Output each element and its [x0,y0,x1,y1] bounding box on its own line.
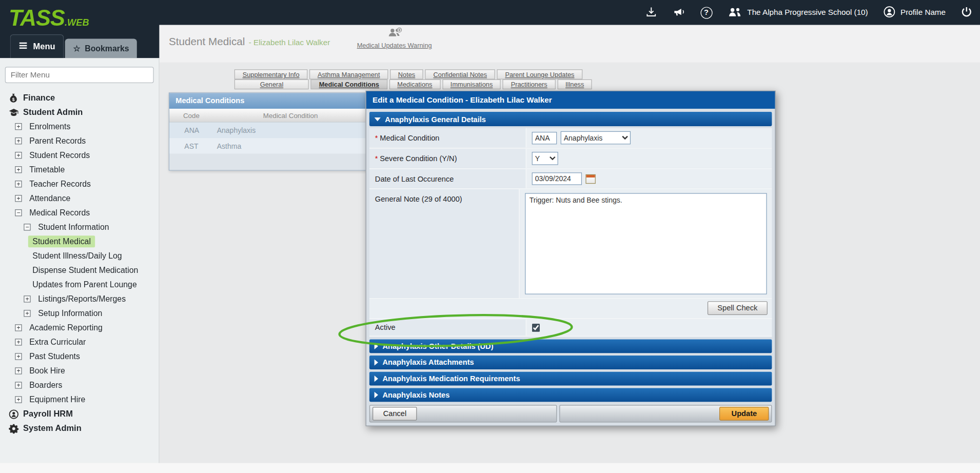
general-note-textarea[interactable]: Trigger: Nuts and Bee stings. [525,193,767,294]
sidebar-item-label: Attendance [29,194,70,203]
expand-icon[interactable]: + [15,396,26,403]
sidebar-item-finance[interactable]: $Finance [0,91,159,105]
severe-condition-select[interactable]: Y [532,152,558,165]
help-button[interactable]: ? [700,7,712,18]
sidebar-item-label: Student Admin [23,108,83,117]
logout-button[interactable] [961,5,972,19]
sidebar-item-student-records[interactable]: +Student Records [0,148,159,163]
menu-tab[interactable]: Menu [10,34,64,58]
expand-icon[interactable]: + [15,181,26,187]
expand-icon[interactable]: + [15,137,26,144]
condition-name-select[interactable]: Anaphylaxis [561,131,631,145]
sidebar-item-parent-records[interactable]: +Parent Records [0,134,159,148]
expand-icon[interactable]: + [24,310,34,317]
bookmarks-tab-label: Bookmarks [85,44,129,53]
active-checkbox[interactable] [532,323,540,331]
sidebar-item-medical-records[interactable]: −Medical Records [0,206,159,220]
sidebar-item-payroll-hrm[interactable]: Payroll HRM [0,407,159,421]
section-anaphylaxis-attachments[interactable]: Anaphylaxis Attachments [369,356,772,369]
filter-menu-input[interactable] [5,67,154,83]
tab-immunisations[interactable]: Immunisations [442,80,501,89]
medical-updates-warning-link[interactable]: Medical Updates Warning [349,28,440,49]
tab-label: General [260,81,284,88]
tab-label: Medications [397,81,432,88]
calendar-icon[interactable] [585,174,595,183]
section-label: Anaphylaxis Notes [382,390,449,399]
tab-supplementary-info[interactable]: Supplementary Info [234,69,308,79]
sidebar-item-teacher-records[interactable]: +Teacher Records [0,177,159,191]
section-anaphylaxis-medication-requirements[interactable]: Anaphylaxis Medication Requirements [369,372,772,386]
sidebar-item-system-admin[interactable]: System Admin [0,421,159,436]
sidebar-item-listings-reports-merges[interactable]: +Listings/Reports/Merges [0,292,159,306]
spell-check-button[interactable]: Spell Check [708,301,768,315]
sidebar-item-academic-reporting[interactable]: +Academic Reporting [0,321,159,335]
section-anaphylaxis-other-details-ud[interactable]: Anaphylaxis Other Details (UD) [369,339,772,353]
bookmarks-tab[interactable]: ☆ Bookmarks [65,39,138,58]
form-row-general-note: General Note (29 of 4000) Trigger: Nuts … [369,189,772,299]
tab-parent-lounge-updates[interactable]: Parent Lounge Updates [497,69,583,79]
sidebar-item-student-admin[interactable]: Student Admin [0,105,159,120]
date-input[interactable] [532,172,582,185]
severe-condition-field: Y [527,149,772,168]
page-title: Student Medical [169,35,245,47]
power-icon [961,5,972,19]
expand-icon[interactable]: + [15,353,26,360]
school-selector[interactable]: The Alpha Progressive School (10) [727,6,868,19]
sidebar-item-boarders[interactable]: +Boarders [0,378,159,392]
sidebar-item-label: Payroll HRM [23,409,73,419]
cancel-button[interactable]: Cancel [373,407,417,421]
expand-icon[interactable]: + [15,339,26,345]
sidebar-item-dispense-student-medication[interactable]: Dispense Student Medication [0,263,159,278]
expand-icon[interactable]: + [15,195,26,202]
tab-confidential-notes[interactable]: Confidential Notes [425,69,495,79]
sidebar-item-student-illness-daily-log[interactable]: Student Illness/Daily Log [0,249,159,263]
sidebar-item-student-medical[interactable]: Student Medical [0,234,159,249]
form-row-severe-condition: *Severe Condition (Y/N) Y [369,149,772,169]
sidebar-item-book-hire[interactable]: +Book Hire [0,364,159,378]
condition-code-input[interactable] [532,131,557,144]
collapse-icon[interactable]: − [24,224,34,230]
sidebar-item-setup-information[interactable]: +Setup Information [0,306,159,321]
tab-label: Illness [565,81,584,88]
tab-medical-conditions[interactable]: Medical Conditions [311,80,387,89]
sidebar-item-enrolments[interactable]: +Enrolments [0,120,159,134]
announcements-button[interactable] [672,5,685,19]
sidebar-item-timetable[interactable]: +Timetable [0,163,159,177]
tab-illness[interactable]: Illness [557,80,592,89]
download-button[interactable] [645,5,657,19]
general-note-label: General Note (29 of 4000) [369,189,520,298]
section-general-details[interactable]: Anaphylaxis General Details [369,112,772,126]
expand-icon[interactable]: + [15,166,26,173]
logo-block: TASS.WEB Menu ☆ Bookmarks [0,0,160,58]
sidebar: $FinanceStudent Admin+Enrolments+Parent … [0,58,160,473]
tab-practitioners[interactable]: Practitioners [503,80,556,89]
tab-notes[interactable]: Notes [390,69,423,79]
tab-general[interactable]: General [234,80,309,89]
expand-icon[interactable]: + [15,324,26,331]
tab-asthma-management[interactable]: Asthma Management [309,69,388,79]
sidebar-item-extra-curricular[interactable]: +Extra Curricular [0,335,159,349]
sidebar-item-student-information[interactable]: −Student Information [0,220,159,234]
expand-icon[interactable]: + [24,295,34,302]
form-row-medical-condition: *Medical Condition Anaphylaxis [369,128,772,149]
expand-icon[interactable]: + [15,123,26,130]
expand-icon[interactable]: + [15,382,26,388]
sidebar-item-updates-from-parent-lounge[interactable]: Updates from Parent Lounge [0,278,159,292]
section-anaphylaxis-notes[interactable]: Anaphylaxis Notes [369,388,772,402]
profile-menu[interactable]: Profile Name [883,5,946,19]
profile-name: Profile Name [900,8,946,17]
sidebar-item-attendance[interactable]: +Attendance [0,191,159,206]
collapse-icon[interactable]: − [15,209,26,216]
sidebar-item-past-students[interactable]: +Past Students [0,349,159,364]
update-button[interactable]: Update [719,407,769,421]
expand-icon[interactable]: + [15,367,26,374]
expand-icon[interactable]: + [15,152,26,159]
megaphone-icon [672,5,685,19]
tab-medications[interactable]: Medications [389,80,440,89]
sidebar-item-label: Dispense Student Medication [32,266,138,275]
sidebar-item-equipment-hire[interactable]: +Equipment Hire [0,392,159,407]
tab-label: Notes [398,71,415,78]
medical-updates-warning-label: Medical Updates Warning [349,41,440,49]
tab-label: Parent Lounge Updates [505,71,574,78]
triangle-right-icon [375,392,378,398]
